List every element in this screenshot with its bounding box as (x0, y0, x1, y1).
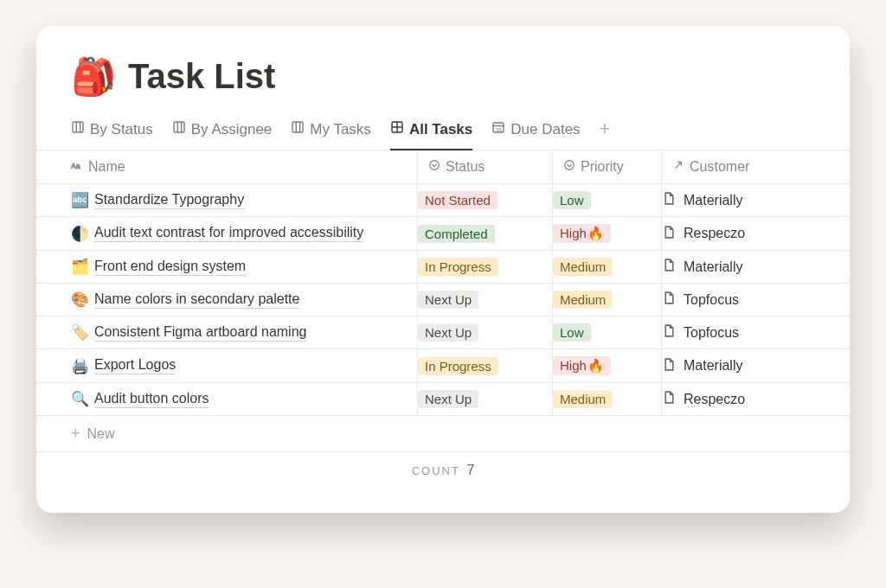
table-row[interactable]: 🗂️Front end design systemIn ProgressMedi… (36, 251, 850, 284)
cell-customer[interactable]: Materially (661, 251, 815, 283)
customer-name: Materially (684, 259, 742, 275)
cell-status[interactable]: In Progress (417, 349, 552, 382)
cell-customer[interactable]: Respeczo (661, 383, 815, 415)
svg-text:31: 31 (497, 127, 503, 132)
column-customer-label: Customer (690, 159, 749, 175)
status-badge: In Progress (418, 357, 498, 375)
cell-status[interactable]: In Progress (417, 251, 552, 283)
tab-by-assignee[interactable]: By Assignee (172, 112, 273, 150)
customer-name: Respeczo (684, 392, 745, 407)
svg-point-16 (430, 161, 440, 170)
cell-status[interactable]: Next Up (417, 383, 552, 415)
column-name[interactable]: Aa Name (71, 150, 417, 183)
page-icon (662, 225, 677, 243)
priority-badge: Low (553, 191, 591, 209)
table-header: Aa Name Status Priority Customer (36, 150, 850, 184)
cell-priority[interactable]: High🔥 (552, 349, 661, 382)
table-row[interactable]: 🖨️Export LogosIn ProgressHigh🔥Materially (36, 349, 850, 383)
tab-by-status[interactable]: By Status (71, 112, 153, 150)
column-status-label: Status (446, 159, 485, 175)
task-emoji-icon: 🔍 (71, 390, 89, 408)
relation-property-icon (672, 159, 684, 175)
cell-priority[interactable]: Low (552, 316, 661, 348)
column-priority[interactable]: Priority (552, 150, 661, 183)
add-new-row[interactable]: + New (36, 416, 850, 452)
cell-name[interactable]: 🌓Audit text contrast for improved access… (71, 217, 417, 250)
cell-customer[interactable]: Respeczo (661, 217, 815, 250)
cell-status[interactable]: Not Started (417, 184, 552, 216)
cell-status[interactable]: Completed (417, 217, 552, 250)
column-status[interactable]: Status (417, 150, 552, 183)
task-emoji-icon: 🖨️ (71, 357, 89, 375)
cell-name[interactable]: 🔍Audit button colors (71, 383, 417, 415)
cell-priority[interactable]: Medium (552, 284, 661, 316)
tab-label: My Tasks (310, 121, 371, 138)
board-icon (172, 120, 186, 138)
cell-priority[interactable]: High🔥 (552, 217, 661, 250)
cell-customer[interactable]: Topfocus (661, 284, 815, 316)
tab-my-tasks[interactable]: My Tasks (291, 112, 371, 150)
status-badge: In Progress (418, 258, 498, 276)
task-list-card: 🎒 Task List By StatusBy AssigneeMy Tasks… (36, 26, 850, 513)
task-title: Front end design system (94, 259, 246, 276)
column-priority-label: Priority (581, 159, 624, 175)
status-badge: Next Up (418, 291, 478, 309)
task-emoji-icon: 🌓 (71, 225, 89, 243)
cell-priority[interactable]: Medium (552, 251, 661, 283)
page-header: 🎒 Task List (36, 57, 850, 112)
add-view-button[interactable]: + (600, 112, 611, 149)
select-property-icon (563, 159, 575, 175)
column-customer[interactable]: Customer (661, 150, 815, 183)
customer-name: Materially (684, 358, 742, 374)
svg-rect-3 (174, 122, 184, 132)
task-emoji-icon: 🔤 (71, 191, 89, 209)
cell-name[interactable]: 🔤Standardize Typography (71, 184, 417, 216)
plus-icon: + (71, 425, 80, 443)
task-emoji-icon: 🎨 (71, 291, 89, 309)
svg-point-17 (565, 161, 575, 170)
svg-rect-0 (73, 122, 83, 132)
cell-status[interactable]: Next Up (417, 316, 552, 348)
cell-customer[interactable]: Materially (661, 184, 815, 216)
cell-customer[interactable]: Topfocus (661, 316, 815, 348)
task-title: Consistent Figma artboard naming (94, 324, 306, 342)
page-icon (662, 258, 677, 276)
task-emoji-icon: 🏷️ (71, 323, 89, 342)
priority-badge: High🔥 (553, 356, 611, 375)
cell-name[interactable]: 🗂️Front end design system (71, 251, 417, 283)
customer-name: Respeczo (684, 226, 745, 241)
page-icon (662, 357, 677, 375)
page-icon (662, 323, 677, 342)
tab-all-tasks[interactable]: All Tasks (390, 112, 472, 150)
priority-badge: Medium (553, 258, 613, 276)
cell-name[interactable]: 🖨️Export Logos (71, 349, 417, 382)
cell-customer[interactable]: Materially (661, 349, 815, 382)
select-property-icon (428, 159, 440, 175)
column-name-label: Name (88, 159, 125, 175)
svg-rect-6 (292, 122, 303, 132)
cell-name[interactable]: 🏷️Consistent Figma artboard naming (71, 316, 417, 348)
customer-name: Topfocus (684, 292, 739, 308)
cell-priority[interactable]: Medium (552, 383, 661, 415)
priority-badge: Medium (553, 390, 613, 408)
table-footer: COUNT 7 (36, 452, 850, 478)
priority-badge: Medium (553, 291, 613, 309)
tab-label: By Assignee (191, 121, 273, 138)
cell-priority[interactable]: Low (552, 184, 661, 216)
table-body: 🔤Standardize TypographyNot StartedLowMat… (36, 184, 850, 416)
text-property-icon: Aa (71, 159, 83, 175)
table-row[interactable]: 🏷️Consistent Figma artboard namingNext U… (36, 316, 850, 349)
customer-name: Topfocus (684, 325, 739, 341)
table-row[interactable]: 🔍Audit button colorsNext UpMediumRespecz… (36, 383, 850, 416)
tab-due-dates[interactable]: 31Due Dates (491, 112, 580, 150)
table-row[interactable]: 🌓Audit text contrast for improved access… (36, 217, 850, 251)
table-row[interactable]: 🔤Standardize TypographyNot StartedLowMat… (36, 184, 850, 217)
new-row-label: New (87, 426, 115, 442)
status-badge: Not Started (418, 191, 498, 209)
cell-status[interactable]: Next Up (417, 284, 552, 316)
cell-name[interactable]: 🎨Name colors in secondary palette (71, 284, 417, 316)
table-row[interactable]: 🎨Name colors in secondary paletteNext Up… (36, 284, 850, 316)
board-icon (291, 120, 305, 138)
priority-badge: High🔥 (553, 224, 611, 243)
customer-name: Materially (684, 193, 742, 208)
